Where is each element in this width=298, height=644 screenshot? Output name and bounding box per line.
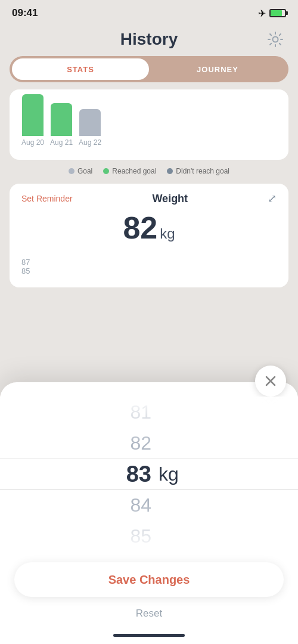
tab-bar: STATS JOURNEY: [10, 56, 288, 82]
status-icons: ✈: [258, 8, 286, 19]
header: History: [0, 24, 298, 56]
picker-row-85: 85: [0, 521, 298, 552]
status-time: 09:41: [12, 7, 38, 19]
legend-didnt-label: Didn't reach goal: [176, 167, 229, 175]
legend-goal-label: Goal: [77, 167, 92, 175]
weight-card-header: Set Reminder Weight ⤢: [21, 192, 277, 205]
weight-scale: 87 85: [21, 258, 277, 275]
chart-bars: Aug 20 Aug 21 Aug 22: [21, 99, 277, 147]
weight-card: Set Reminder Weight ⤢ 82 kg 87 85: [10, 184, 288, 287]
bar-aug22: Aug 22: [79, 109, 101, 147]
expand-icon[interactable]: ⤢: [268, 192, 277, 205]
close-icon: [265, 375, 277, 387]
legend-reached: Reached goal: [103, 167, 156, 175]
reset-row: Reset: [0, 603, 298, 629]
bar-green-aug21: [51, 103, 72, 136]
legend-dot-goal: [69, 168, 74, 174]
legend-reached-label: Reached goal: [112, 167, 156, 175]
bar-gray-aug22: [79, 109, 101, 136]
picker-num-81: 81: [104, 401, 151, 423]
battery-icon: [269, 9, 286, 17]
picker-row-81: 81: [0, 397, 298, 428]
legend-dot-reached: [103, 168, 109, 174]
bar-green-aug20: [22, 94, 44, 136]
home-indicator: [0, 629, 298, 644]
bar-label-aug21: Aug 21: [50, 138, 73, 147]
chart-card: Aug 20 Aug 21 Aug 22: [10, 89, 288, 160]
set-reminder-button[interactable]: Set Reminder: [21, 194, 73, 203]
legend-goal: Goal: [69, 167, 92, 175]
weight-number: 82: [123, 210, 157, 246]
picker-row-84: 84: [0, 490, 298, 521]
tab-stats[interactable]: STATS: [12, 58, 149, 80]
legend-didnt: Didn't reach goal: [167, 167, 229, 175]
status-bar: 09:41 ✈: [0, 0, 298, 24]
svg-point-0: [273, 37, 278, 42]
picker-container[interactable]: 81 82 83 kg 84 85: [0, 397, 298, 552]
bar-label-aug20: Aug 20: [21, 138, 44, 147]
save-button-row: Save Changes: [0, 552, 298, 603]
home-bar: [113, 634, 185, 637]
tab-journey[interactable]: JOURNEY: [149, 58, 286, 80]
picker-num-85: 85: [104, 525, 151, 547]
bottom-sheet: 81 82 83 kg 84 85: [0, 382, 298, 644]
legend: Goal Reached goal Didn't reach goal: [10, 167, 288, 175]
scale-value-87: 87: [21, 258, 277, 267]
bar-aug20: Aug 20: [21, 94, 44, 147]
weight-unit: kg: [160, 225, 175, 242]
picker-row-82: 82: [0, 428, 298, 459]
reset-button[interactable]: Reset: [136, 608, 162, 620]
picker-num-82: 82: [104, 432, 151, 454]
legend-dot-didnt: [167, 168, 173, 174]
picker-num-84: 84: [104, 494, 151, 516]
picker-selector: [0, 459, 298, 490]
gear-icon: [267, 31, 284, 48]
bar-aug21: Aug 21: [50, 103, 73, 147]
close-button[interactable]: [255, 366, 286, 397]
scale-value-85: 85: [21, 267, 277, 275]
save-changes-button[interactable]: Save Changes: [14, 562, 284, 597]
weight-card-title: Weight: [152, 193, 188, 205]
settings-button[interactable]: [265, 29, 286, 50]
airplane-icon: ✈: [258, 8, 266, 19]
page-title: History: [120, 30, 178, 49]
weight-value-row: 82 kg: [21, 210, 277, 246]
bar-label-aug22: Aug 22: [79, 138, 101, 147]
